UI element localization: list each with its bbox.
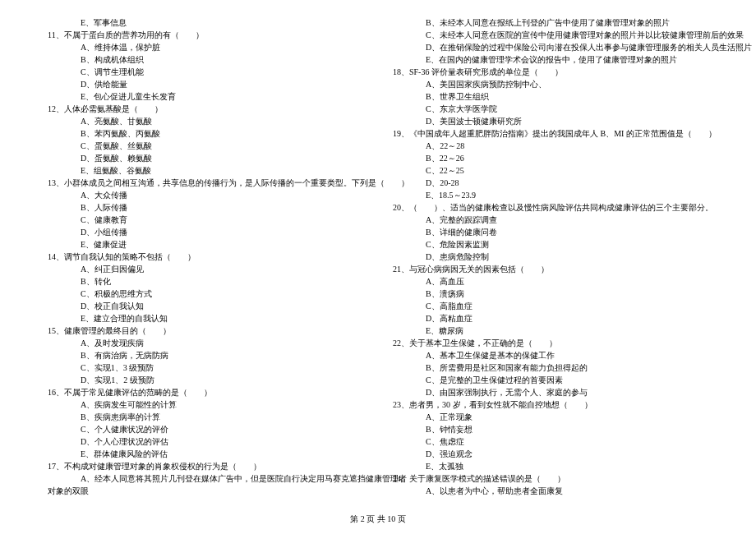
option-text: B、有病治病，无病防病 (41, 349, 370, 361)
option-text: A、以患者为中心，帮助患者全面康复 (386, 485, 715, 497)
option-text: D、实现1、2 级预防 (41, 374, 370, 386)
question-16: 16、不属于常见健康评估的范畴的是（ ） (41, 386, 370, 398)
option-text: B、22～26 (386, 152, 715, 164)
page-footer: 第 2 页 共 10 页 (0, 509, 756, 525)
option-text: D、高粘血症 (386, 312, 715, 325)
option-text: D、美国波士顿健康研究所 (386, 115, 715, 127)
option-text: C、未经本人同意在医院的宣传中使用健康管理对象的照片并以比较健康管理前后的效果 (386, 29, 715, 41)
option-text: A、疾病发生可能性的计算 (41, 398, 370, 411)
option-text: A、亮氨酸、甘氨酸 (41, 115, 370, 127)
option-text: C、积极的思维方式 (41, 288, 370, 300)
option-text: A、22～28 (386, 140, 715, 152)
option-text: C、个人健康状况的评价 (41, 423, 370, 435)
option-text: B、转化 (41, 275, 370, 288)
option-text: D、患病危险控制 (386, 251, 715, 263)
option-text: E、建立合理的自我认知 (41, 312, 370, 325)
option-text: A、经本人同意将其照片几刊登在媒体广告中，但是医院自行决定用马赛克遮挡健康管理者 (41, 472, 370, 485)
question-18: 18、SF-36 评价量表研究形成的单位是（ ） (386, 66, 715, 78)
option-text: C、实现1、3 级预防 (41, 361, 370, 374)
question-17: 17、不构成对健康管理对象的肖象权侵权的行为是（ ） (41, 460, 370, 472)
option-text: C、健康教育 (41, 214, 370, 226)
option-text: E、太孤独 (386, 460, 715, 472)
option-text: B、疾病患病率的计算 (41, 411, 370, 423)
question-21: 21、与冠心病病因无关的因素包括（ ） (386, 263, 715, 275)
question-19: 19、《中国成年人超重肥胖防治指南》提出的我国成年人 B、MI 的正常范围值是（… (386, 127, 715, 140)
option-text: C、调节生理机能 (41, 66, 370, 78)
option-text: E、在国内的健康管理学术会议的报告中，使用了健康管理对象的照片 (386, 53, 715, 66)
option-text: E、包心促进儿童生长发育 (41, 90, 370, 103)
option-text: C、是完整的卫生保健过程的首要因素 (386, 374, 715, 386)
option-text: D、蛋氨酸、赖氨酸 (41, 152, 370, 164)
option-text: A、维持体温，保护脏 (41, 41, 370, 53)
option-text: B、所需费用是社区和国家有能力负担得起的 (386, 361, 715, 374)
option-text: B、世界卫生组织 (386, 90, 715, 103)
option-text: B、详细的健康问卷 (386, 226, 715, 238)
left-column: E、军事信息 11、不属于蛋白质的营养功用的有（ ） A、维持体温，保护脏 B、… (33, 16, 378, 509)
option-text: C、蛋氨酸、丝氨酸 (41, 140, 370, 152)
option-text: E、组氨酸、谷氨酸 (41, 164, 370, 177)
option-text: E、军事信息 (41, 16, 370, 29)
question-11: 11、不属于蛋白质的营养功用的有（ ） (41, 29, 370, 41)
option-text: D、小组传播 (41, 226, 370, 238)
option-text: A、及时发现疾病 (41, 337, 370, 349)
option-text: C、东京大学医学院 (386, 103, 715, 115)
question-12: 12、人体必需氨基酸是（ ） (41, 103, 370, 115)
option-text: D、由国家强制执行，无需个人、家庭的参与 (386, 386, 715, 398)
option-text: C、22～25 (386, 164, 715, 177)
question-23: 23、患者男，30 岁，看到女性就不能自控地想（ ） (386, 398, 715, 411)
question-continuation: 对象的双眼 (41, 485, 370, 497)
option-text: D、供给能量 (41, 78, 370, 90)
question-14: 14、调节自我认知的策略不包括（ ） (41, 251, 370, 263)
option-text: D、在推销保险的过程中保险公司向潜在投保人出事参与健康管理服务的相关人员生活照片 (386, 41, 715, 53)
option-text: C、焦虑症 (386, 435, 715, 448)
option-text: A、高血压 (386, 275, 715, 288)
document-page: E、军事信息 11、不属于蛋白质的营养功用的有（ ） A、维持体温，保护脏 B、… (0, 0, 756, 509)
option-text: A、正常现象 (386, 411, 715, 423)
question-15: 15、健康管理的最终目的（ ） (41, 325, 370, 337)
option-text: C、高脂血症 (386, 300, 715, 312)
option-text: A、基本卫生保健是基本的保健工作 (386, 349, 715, 361)
option-text: B、溃疡病 (386, 288, 715, 300)
question-13: 13、小群体成员之间相互沟通，共享信息的传播行为，是人际传播的一个重要类型。下列… (41, 177, 370, 189)
option-text: B、苯丙氨酸、丙氨酸 (41, 127, 370, 140)
right-column: B、未经本人同意在报纸上刊登的广告中使用了健康管理对象的照片 C、未经本人同意在… (378, 16, 723, 509)
option-text: D、个人心理状况的评估 (41, 435, 370, 448)
option-text: D、校正自我认知 (41, 300, 370, 312)
option-text: E、群体健康风险的评估 (41, 448, 370, 460)
option-text: E、糖尿病 (386, 325, 715, 337)
question-20: 20、（ ）、适当的健康检查以及慢性病风险评估共同构成健康评估的三个主要部分。 (386, 201, 715, 214)
option-text: B、人际传播 (41, 201, 370, 214)
option-text: C、危险因素监测 (386, 238, 715, 251)
option-text: E、健康促进 (41, 238, 370, 251)
option-text: E、18.5～23.9 (386, 189, 715, 201)
question-24: 24、关于康复医学模式的描述错误的是（ ） (386, 472, 715, 485)
option-text: A、大众传播 (41, 189, 370, 201)
option-text: A、完整的跟踪调查 (386, 214, 715, 226)
option-text: D、20-28 (386, 177, 715, 189)
option-text: B、构成机体组织 (41, 53, 370, 66)
option-text: B、未经本人同意在报纸上刊登的广告中使用了健康管理对象的照片 (386, 16, 715, 29)
option-text: A、美国国家疾病预防控制中心、 (386, 78, 715, 90)
option-text: D、强迫观念 (386, 448, 715, 460)
option-text: A、纠正归因偏见 (41, 263, 370, 275)
option-text: B、钟情妄想 (386, 423, 715, 435)
question-22: 22、关于基本卫生保健，不正确的是（ ） (386, 337, 715, 349)
